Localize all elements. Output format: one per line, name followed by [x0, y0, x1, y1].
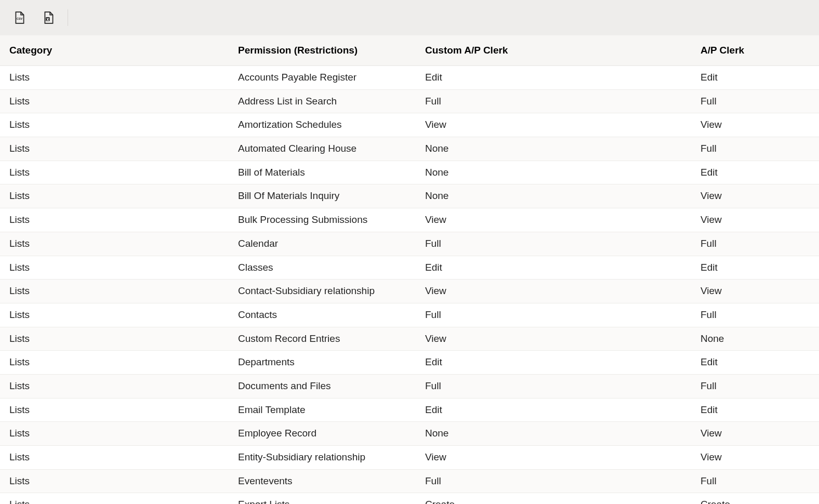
cell-custom-ap-clerk: Full: [416, 374, 691, 398]
cell-custom-ap-clerk: Edit: [416, 66, 691, 90]
cell-permission: Contact-Subsidiary relationship: [229, 280, 416, 303]
cell-ap-clerk: Full: [691, 374, 819, 398]
export-csv-button[interactable]: CSV: [12, 10, 27, 25]
cell-permission: Automated Clearing House: [229, 137, 416, 161]
cell-ap-clerk: View: [691, 280, 819, 303]
table-row[interactable]: ListsEmail TemplateEditEdit: [0, 398, 819, 422]
permissions-table-wrapper: Category Permission (Restrictions) Custo…: [0, 35, 819, 504]
cell-category: Lists: [0, 208, 229, 232]
table-row[interactable]: ListsAddress List in SearchFullFull: [0, 89, 819, 113]
table-header-row: Category Permission (Restrictions) Custo…: [0, 35, 819, 66]
export-csv-icon: CSV: [13, 11, 27, 24]
table-row[interactable]: ListsEmployee RecordNoneView: [0, 422, 819, 446]
cell-ap-clerk: Full: [691, 303, 819, 327]
table-row[interactable]: ListsCalendarFullFull: [0, 232, 819, 256]
toolbar: CSV: [0, 0, 819, 35]
cell-permission: Accounts Payable Register: [229, 66, 416, 90]
table-row[interactable]: ListsAccounts Payable RegisterEditEdit: [0, 66, 819, 90]
cell-custom-ap-clerk: None: [416, 137, 691, 161]
cell-ap-clerk: View: [691, 446, 819, 470]
table-row[interactable]: ListsExport ListsCreateCreate: [0, 493, 819, 504]
column-header-ap-clerk[interactable]: A/P Clerk: [691, 35, 819, 66]
cell-custom-ap-clerk: None: [416, 161, 691, 184]
table-row[interactable]: ListsBill Of Materials InquiryNoneView: [0, 184, 819, 208]
cell-custom-ap-clerk: View: [416, 113, 691, 137]
cell-custom-ap-clerk: None: [416, 184, 691, 208]
cell-category: Lists: [0, 232, 229, 256]
cell-ap-clerk: Edit: [691, 66, 819, 90]
cell-ap-clerk: Edit: [691, 351, 819, 375]
cell-category: Lists: [0, 351, 229, 375]
cell-custom-ap-clerk: Full: [416, 89, 691, 113]
column-header-permission[interactable]: Permission (Restrictions): [229, 35, 416, 66]
cell-category: Lists: [0, 184, 229, 208]
table-row[interactable]: ListsAutomated Clearing HouseNoneFull: [0, 137, 819, 161]
table-row[interactable]: ListsBill of MaterialsNoneEdit: [0, 161, 819, 184]
table-row[interactable]: ListsEventeventsFullFull: [0, 469, 819, 493]
cell-ap-clerk: View: [691, 208, 819, 232]
cell-custom-ap-clerk: Edit: [416, 351, 691, 375]
cell-category: Lists: [0, 327, 229, 351]
cell-custom-ap-clerk: View: [416, 327, 691, 351]
cell-custom-ap-clerk: Create: [416, 493, 691, 504]
cell-permission: Amortization Schedules: [229, 113, 416, 137]
cell-permission: Entity-Subsidiary relationship: [229, 446, 416, 470]
cell-ap-clerk: None: [691, 327, 819, 351]
cell-ap-clerk: Full: [691, 469, 819, 493]
cell-permission: Address List in Search: [229, 89, 416, 113]
table-row[interactable]: ListsContact-Subsidiary relationshipView…: [0, 280, 819, 303]
cell-permission: Export Lists: [229, 493, 416, 504]
cell-permission: Custom Record Entries: [229, 327, 416, 351]
cell-permission: Classes: [229, 256, 416, 280]
cell-ap-clerk: Full: [691, 89, 819, 113]
table-row[interactable]: ListsEntity-Subsidiary relationshipViewV…: [0, 446, 819, 470]
cell-ap-clerk: Edit: [691, 161, 819, 184]
cell-permission: Contacts: [229, 303, 416, 327]
table-body: ListsAccounts Payable RegisterEditEditLi…: [0, 66, 819, 505]
table-row[interactable]: ListsCustom Record EntriesViewNone: [0, 327, 819, 351]
cell-category: Lists: [0, 303, 229, 327]
cell-category: Lists: [0, 398, 229, 422]
cell-category: Lists: [0, 493, 229, 504]
cell-ap-clerk: View: [691, 113, 819, 137]
cell-category: Lists: [0, 374, 229, 398]
table-row[interactable]: ListsBulk Processing SubmissionsViewView: [0, 208, 819, 232]
cell-category: Lists: [0, 469, 229, 493]
cell-ap-clerk: Edit: [691, 398, 819, 422]
table-row[interactable]: ListsDocuments and FilesFullFull: [0, 374, 819, 398]
table-row[interactable]: ListsClassesEditEdit: [0, 256, 819, 280]
cell-permission: Calendar: [229, 232, 416, 256]
cell-category: Lists: [0, 422, 229, 446]
cell-custom-ap-clerk: Full: [416, 232, 691, 256]
cell-custom-ap-clerk: Full: [416, 469, 691, 493]
export-excel-icon: [42, 11, 56, 24]
table-row[interactable]: ListsAmortization SchedulesViewView: [0, 113, 819, 137]
table-row[interactable]: ListsContactsFullFull: [0, 303, 819, 327]
cell-category: Lists: [0, 66, 229, 90]
column-header-category[interactable]: Category: [0, 35, 229, 66]
cell-category: Lists: [0, 137, 229, 161]
toolbar-divider: [68, 9, 68, 26]
cell-permission: Email Template: [229, 398, 416, 422]
cell-custom-ap-clerk: View: [416, 208, 691, 232]
cell-ap-clerk: Full: [691, 137, 819, 161]
cell-permission: Bill Of Materials Inquiry: [229, 184, 416, 208]
cell-custom-ap-clerk: Edit: [416, 256, 691, 280]
cell-permission: Documents and Files: [229, 374, 416, 398]
cell-custom-ap-clerk: View: [416, 280, 691, 303]
table-row[interactable]: ListsDepartmentsEditEdit: [0, 351, 819, 375]
cell-permission: Departments: [229, 351, 416, 375]
cell-category: Lists: [0, 89, 229, 113]
permissions-table: Category Permission (Restrictions) Custo…: [0, 35, 819, 504]
export-excel-button[interactable]: [42, 10, 56, 25]
column-header-custom-ap-clerk[interactable]: Custom A/P Clerk: [416, 35, 691, 66]
table-header: Category Permission (Restrictions) Custo…: [0, 35, 819, 66]
cell-custom-ap-clerk: Edit: [416, 398, 691, 422]
cell-ap-clerk: Edit: [691, 256, 819, 280]
cell-category: Lists: [0, 280, 229, 303]
svg-text:CSV: CSV: [17, 17, 23, 20]
cell-category: Lists: [0, 113, 229, 137]
cell-category: Lists: [0, 256, 229, 280]
cell-ap-clerk: Full: [691, 232, 819, 256]
cell-permission: Employee Record: [229, 422, 416, 446]
